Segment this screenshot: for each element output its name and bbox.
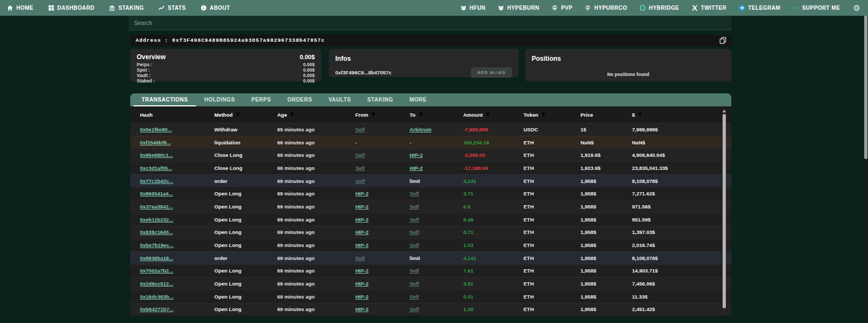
- tx-from[interactable]: Self: [355, 165, 365, 171]
- filter-funnel-icon[interactable]: [290, 112, 295, 117]
- tx-from[interactable]: Self: [355, 255, 365, 261]
- tx-hash-link[interactable]: 0x16dc363b...: [140, 294, 174, 300]
- table-scrollbar-thumb[interactable]: [723, 114, 726, 308]
- filter-funnel-icon[interactable]: [541, 112, 546, 117]
- tx-price: 1,958$: [580, 242, 632, 248]
- nav-item-hypeburn[interactable]: HYPEBURN: [497, 4, 539, 11]
- tx-from[interactable]: Self: [355, 178, 365, 184]
- filter-funnel-icon[interactable]: [371, 112, 376, 117]
- tx-price: 1,958$: [580, 217, 632, 223]
- tx-hash-link[interactable]: 0x8936ba18...: [140, 255, 173, 261]
- tx-age: 66 minutes ago: [277, 140, 355, 145]
- infos-address-short: 0xf3F496C9...8b47057c: [335, 69, 392, 75]
- page-scrollbar[interactable]: [864, 0, 868, 323]
- filter-funnel-icon[interactable]: [486, 112, 490, 117]
- tx-to[interactable]: Self: [410, 294, 419, 300]
- page-scrollbar-thumb[interactable]: [864, 4, 867, 159]
- nav-item-staking[interactable]: STAKING: [108, 4, 144, 11]
- nav-item-about[interactable]: ABOUT: [200, 4, 231, 11]
- column-header-age: Age: [277, 112, 355, 118]
- nav-item-label: TELEGRAM: [748, 5, 780, 11]
- nav-item-hypurrco[interactable]: HYPURRCO: [584, 4, 627, 11]
- tx-from[interactable]: HIP-2: [355, 191, 368, 197]
- column-label: Hash: [140, 112, 152, 118]
- tx-price: 1,958$: [580, 191, 632, 197]
- tab-perps[interactable]: PERPS: [243, 93, 279, 106]
- tx-hash-link[interactable]: 0x838c1640...: [140, 229, 173, 235]
- table-scrollbar[interactable]: [722, 109, 726, 314]
- cat-icon: [460, 4, 467, 11]
- nav-item-telegram[interactable]: TELEGRAM: [738, 4, 780, 11]
- tx-to[interactable]: Self: [410, 191, 419, 197]
- tx-method: Open Long: [214, 268, 277, 274]
- filter-funnel-icon[interactable]: [418, 112, 423, 117]
- tx-to[interactable]: Self: [410, 217, 419, 223]
- tx-from[interactable]: Self: [355, 152, 365, 158]
- nav-item-supportme[interactable]: SUPPORT ME: [792, 4, 840, 11]
- tx-from[interactable]: HIP-2: [355, 306, 368, 312]
- tab-orders[interactable]: ORDERS: [279, 93, 321, 106]
- search-input[interactable]: [129, 16, 731, 30]
- tab-transactions[interactable]: TRANSACTIONS: [133, 93, 196, 106]
- nav-item-dashboard[interactable]: DASHBOARD: [48, 4, 95, 11]
- tab-more[interactable]: MORE: [401, 93, 435, 106]
- column-label: $: [632, 112, 635, 118]
- tx-from[interactable]: HIP-2: [355, 204, 368, 210]
- nav-item-hfun[interactable]: HFUN: [460, 4, 486, 11]
- tx-from[interactable]: HIP-2: [355, 242, 368, 248]
- tx-from[interactable]: HIP-2: [355, 268, 368, 274]
- nav-item-twitter[interactable]: TWITTER: [691, 4, 726, 11]
- table-row: 0x7002a7b2... Open Long 69 minutes ago H…: [130, 264, 731, 277]
- tx-hash-link[interactable]: 0xb94271b7...: [140, 306, 174, 312]
- overview-row-value: 0.00$: [303, 67, 315, 73]
- tx-hash-link[interactable]: 0xc3d1af05...: [140, 165, 172, 171]
- filter-funnel-icon[interactable]: [637, 112, 642, 117]
- tx-hash-link[interactable]: 0x95e680c1...: [140, 152, 173, 158]
- tx-hash-link[interactable]: 0x7002a7b2...: [140, 268, 173, 274]
- tx-price: 1,958$: [580, 204, 632, 210]
- tx-hash-link[interactable]: 0x2d6cc512...: [140, 281, 173, 287]
- add-alias-button[interactable]: ADD ALIAS: [471, 67, 512, 78]
- tx-from[interactable]: Self: [355, 126, 365, 132]
- tx-from[interactable]: HIP-2: [355, 294, 368, 300]
- tx-to[interactable]: Self: [410, 229, 419, 235]
- filter-funnel-icon[interactable]: [235, 112, 240, 117]
- tx-to[interactable]: Self: [410, 242, 419, 248]
- tx-to[interactable]: Self: [410, 281, 419, 287]
- scroll-up-arrow-icon[interactable]: [723, 110, 726, 112]
- tx-from[interactable]: HIP-2: [355, 217, 368, 223]
- tx-to[interactable]: Arbitrum: [410, 126, 431, 132]
- tx-from[interactable]: HIP-2: [355, 229, 368, 235]
- tx-to[interactable]: HIP-2: [410, 165, 423, 171]
- tx-to[interactable]: Self: [410, 306, 419, 312]
- infos-panel: Infos 0xf3F496C9...8b47057c ADD ALIAS: [329, 49, 519, 77]
- nav-item-stats[interactable]: STATS: [158, 4, 186, 11]
- tx-hash-link[interactable]: 0x0e1f6e80...: [140, 126, 172, 132]
- tx-method: Open Long: [214, 229, 277, 235]
- tx-to[interactable]: Self: [410, 204, 419, 210]
- tab-staking[interactable]: STAKING: [359, 93, 401, 106]
- tx-price: 1,958$: [580, 268, 632, 274]
- column-header-from: From: [355, 112, 410, 118]
- tx-to[interactable]: Self: [410, 268, 419, 274]
- tx-hash-link[interactable]: 0x77c1b42c...: [140, 178, 173, 184]
- nav-item-pvp[interactable]: PVP: [551, 4, 572, 11]
- tx-hash-link[interactable]: 0x37ea3842...: [140, 204, 173, 210]
- tx-age: 65 minutes ago: [277, 126, 355, 132]
- tx-from[interactable]: HIP-2: [355, 281, 368, 287]
- copy-address-button[interactable]: [719, 36, 727, 45]
- tx-to[interactable]: HIP-2: [410, 152, 423, 158]
- settings-gear-icon[interactable]: ⚙: [853, 4, 860, 12]
- tab-vaults[interactable]: VAULTS: [320, 93, 359, 106]
- nav-item-hybridge[interactable]: HYBRIDGE: [639, 4, 679, 11]
- tx-to: limit: [410, 178, 420, 184]
- column-label: Method: [214, 112, 233, 118]
- nav-item-home[interactable]: HOME: [7, 4, 34, 11]
- tx-hash-link[interactable]: 0xbe7b19ec...: [140, 242, 174, 248]
- tab-holdings[interactable]: HOLDINGS: [196, 93, 243, 106]
- tx-hash-link[interactable]: 0xf2549bf8...: [140, 140, 171, 145]
- tx-hash-link[interactable]: 0x866541a4...: [140, 191, 173, 197]
- tx-hash-link[interactable]: 0xeb11b232...: [140, 217, 173, 223]
- table-row: 0x95e680c1... Close Long 66 minutes ago …: [130, 148, 731, 161]
- telegram-icon: [738, 4, 745, 11]
